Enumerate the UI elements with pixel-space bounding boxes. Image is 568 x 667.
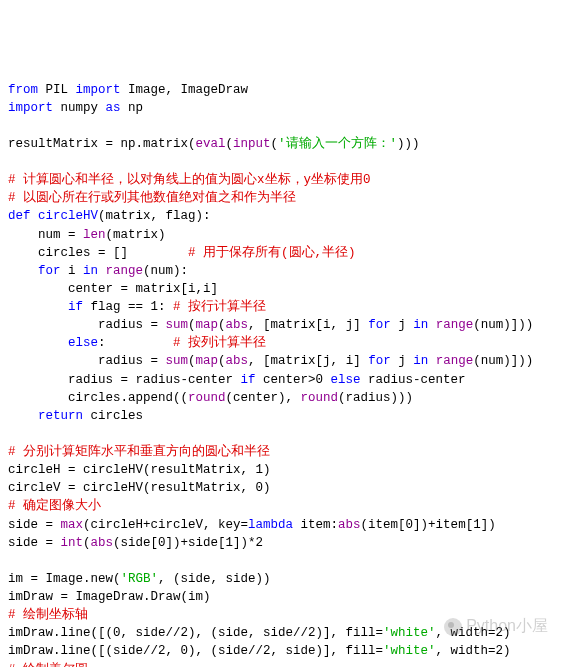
txt: (center),	[226, 391, 301, 405]
code-block: from PIL import Image, ImageDraw import …	[8, 81, 560, 668]
builtin-input: input	[233, 137, 271, 151]
kw-else: else	[331, 373, 361, 387]
txt: side =	[8, 536, 61, 550]
builtin-eval: eval	[196, 137, 226, 151]
builtin-map: map	[196, 354, 219, 368]
txt	[8, 264, 38, 278]
txt	[98, 264, 106, 278]
txt: resultMatrix = np.matrix(	[8, 137, 196, 151]
comment: # 确定图像大小	[8, 499, 101, 513]
txt: , [matrix[j, i]	[248, 354, 368, 368]
txt: (	[226, 137, 234, 151]
builtin-round: round	[301, 391, 339, 405]
txt: side =	[8, 518, 61, 532]
kw-in: in	[83, 264, 98, 278]
txt: j	[391, 354, 414, 368]
txt: np	[121, 101, 144, 115]
txt: circleH = circleHV(resultMatrix, 1)	[8, 463, 271, 477]
txt: (	[271, 137, 279, 151]
txt: flag == 1:	[83, 300, 173, 314]
txt: im = Image.new(	[8, 572, 121, 586]
kw-lambda: lambda	[248, 518, 293, 532]
txt	[428, 318, 436, 332]
kw-def: def	[8, 209, 31, 223]
kw-if: if	[241, 373, 256, 387]
builtin-len: len	[83, 228, 106, 242]
txt	[428, 354, 436, 368]
txt: Image, ImageDraw	[121, 83, 249, 97]
txt	[8, 300, 68, 314]
kw-for: for	[368, 318, 391, 332]
txt: j	[391, 318, 414, 332]
builtin-range: range	[436, 318, 474, 332]
func-name: circleHV	[38, 209, 98, 223]
comment: # 分别计算矩阵水平和垂直方向的圆心和半径	[8, 445, 270, 459]
txt: (	[188, 354, 196, 368]
comment: # 以圆心所在行或列其他数值绝对值之和作为半径	[8, 191, 296, 205]
txt: (circleH+circleV, key=	[83, 518, 248, 532]
txt: i	[61, 264, 84, 278]
txt: )))	[397, 137, 420, 151]
str: '请输入一个方阵：'	[278, 137, 397, 151]
txt: (item[0])+item[1])	[361, 518, 496, 532]
kw-if: if	[68, 300, 83, 314]
builtin-abs: abs	[91, 536, 114, 550]
comment: # 绘制盖尔圆	[8, 663, 88, 668]
comment: # 按列计算半径	[173, 336, 266, 350]
builtin-abs: abs	[226, 318, 249, 332]
kw-for: for	[368, 354, 391, 368]
builtin-round: round	[188, 391, 226, 405]
txt: numpy	[53, 101, 106, 115]
txt: (	[83, 536, 91, 550]
txt: (side[0])+side[1])*2	[113, 536, 263, 550]
kw-for: for	[38, 264, 61, 278]
builtin-int: int	[61, 536, 84, 550]
txt: (	[218, 318, 226, 332]
txt: (matrix, flag):	[98, 209, 211, 223]
txt: radius =	[8, 354, 166, 368]
txt: (num):	[143, 264, 188, 278]
txt: imDraw.line([(side//2, 0), (side//2, sid…	[8, 644, 383, 658]
txt	[8, 336, 68, 350]
txt: (num)]))	[473, 354, 533, 368]
txt: radius =	[8, 318, 166, 332]
kw-in: in	[413, 354, 428, 368]
txt: :	[98, 336, 173, 350]
comment: # 用于保存所有(圆心,半径)	[188, 246, 356, 260]
builtin-range: range	[436, 354, 474, 368]
builtin-abs: abs	[338, 518, 361, 532]
txt: radius-center	[361, 373, 466, 387]
txt: radius = radius-center	[8, 373, 241, 387]
txt: (num)]))	[473, 318, 533, 332]
builtin-map: map	[196, 318, 219, 332]
txt: PIL	[38, 83, 76, 97]
txt: circles = []	[8, 246, 188, 260]
txt: (	[218, 354, 226, 368]
kw-else: else	[68, 336, 98, 350]
txt: num =	[8, 228, 83, 242]
kw-in: in	[413, 318, 428, 332]
txt: , width=2)	[436, 644, 511, 658]
comment: # 绘制坐标轴	[8, 608, 88, 622]
str: 'white'	[383, 644, 436, 658]
kw-from: from	[8, 83, 38, 97]
builtin-sum: sum	[166, 318, 189, 332]
txt: , (side, side))	[158, 572, 271, 586]
builtin-abs: abs	[226, 354, 249, 368]
txt: (radius)))	[338, 391, 413, 405]
txt: circles.append((	[8, 391, 188, 405]
txt: center>0	[256, 373, 331, 387]
builtin-range: range	[106, 264, 144, 278]
txt: item:	[293, 518, 338, 532]
txt: center = matrix[i,i]	[8, 282, 218, 296]
str: 'white'	[383, 626, 436, 640]
txt: imDraw = ImageDraw.Draw(im)	[8, 590, 211, 604]
txt: , width=2)	[436, 626, 511, 640]
comment: # 计算圆心和半径，以对角线上的值为圆心x坐标，y坐标使用0	[8, 173, 371, 187]
txt: circleV = circleHV(resultMatrix, 0)	[8, 481, 271, 495]
kw-as: as	[106, 101, 121, 115]
builtin-sum: sum	[166, 354, 189, 368]
kw-import: import	[8, 101, 53, 115]
txt: , [matrix[i, j]	[248, 318, 368, 332]
txt: (	[188, 318, 196, 332]
